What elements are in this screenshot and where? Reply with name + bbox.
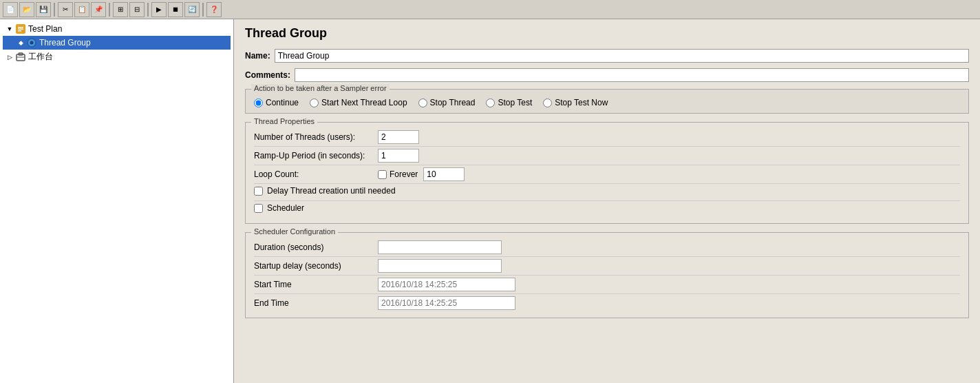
svg-rect-2 — [18, 29, 23, 30]
num-threads-label: Number of Threads (users): — [254, 132, 378, 142]
expand-button[interactable]: ⊞ — [113, 2, 128, 17]
loop-count-label: Loop Count: — [254, 169, 378, 179]
forever-label: Forever — [390, 169, 418, 179]
delay-thread-checkbox[interactable] — [254, 187, 263, 196]
thread-properties-box: Thread Properties Number of Threads (use… — [245, 122, 969, 224]
delay-thread-label[interactable]: Delay Thread creation until needed — [254, 186, 396, 196]
delay-thread-text: Delay Thread creation until needed — [267, 186, 396, 196]
workbench-expand-arrow: ▷ — [6, 53, 14, 61]
option-continue-label: Continue — [266, 98, 299, 107]
loop-count-input[interactable] — [423, 167, 465, 181]
scheduler-checkbox[interactable] — [254, 204, 263, 213]
cut-button[interactable]: ✂ — [58, 2, 73, 17]
action-options: Continue Start Next Thread Loop Stop Thr… — [254, 98, 960, 107]
help-button[interactable]: ❓ — [206, 2, 222, 17]
scheduler-config-title: Scheduler Configuration — [251, 227, 338, 236]
option-start-next-thread-loop[interactable]: Start Next Thread Loop — [310, 98, 407, 107]
option-stop-test-now-label: Stop Test Now — [555, 98, 608, 107]
svg-point-5 — [30, 41, 34, 45]
option-stop-test-label: Stop Test — [498, 98, 532, 107]
option-stop-test-now[interactable]: Stop Test Now — [543, 98, 608, 107]
toolbar: 📄 📂 💾 ✂ 📋 📌 ⊞ ⊟ ▶ ⏹ 🔄 ❓ — [0, 0, 980, 19]
forever-checkbox[interactable] — [378, 170, 387, 179]
scheduler-label[interactable]: Scheduler — [254, 203, 304, 213]
end-time-row: End Time — [254, 294, 960, 312]
action-box: Action to be taken after a Sampler error… — [245, 89, 969, 114]
forever-checkbox-label[interactable]: Forever — [378, 169, 418, 179]
startup-delay-input[interactable] — [378, 259, 502, 273]
ramp-up-label: Ramp-Up Period (in seconds): — [254, 151, 378, 161]
sidebar-item-test-plan[interactable]: ▼ Test Plan — [3, 22, 231, 36]
radio-stop-test-now[interactable] — [543, 99, 552, 107]
svg-rect-1 — [18, 27, 23, 28]
test-plan-icon — [15, 23, 26, 34]
expand-arrow: ▼ — [6, 25, 14, 33]
new-button[interactable]: 📄 — [3, 2, 18, 17]
radio-start-next[interactable] — [310, 99, 319, 107]
radio-stop-thread[interactable] — [418, 99, 427, 107]
duration-label: Duration (seconds) — [254, 242, 378, 252]
main-content: ▼ Test Plan ◆ Thread Group — [0, 19, 980, 383]
option-continue[interactable]: Continue — [254, 98, 299, 107]
sidebar-item-thread-group[interactable]: ◆ Thread Group — [3, 36, 231, 50]
paste-button[interactable]: 📌 — [91, 2, 106, 17]
copy-button[interactable]: 📋 — [74, 2, 89, 17]
start-time-label: Start Time — [254, 280, 378, 289]
sidebar: ▼ Test Plan ◆ Thread Group — [0, 19, 234, 383]
sidebar-item-workbench[interactable]: ▷ 工作台 — [3, 50, 231, 64]
loop-count-row: Loop Count: Forever — [254, 165, 960, 184]
duration-input[interactable] — [378, 240, 502, 254]
startup-delay-row: Startup delay (seconds) — [254, 257, 960, 276]
comments-row: Comments: — [245, 67, 969, 83]
start-time-row: Start Time — [254, 276, 960, 294]
toolbar-sep-2 — [109, 3, 110, 17]
thread-properties-title: Thread Properties — [251, 117, 317, 125]
stop-button[interactable]: ⏹ — [168, 2, 183, 17]
num-threads-input[interactable] — [378, 130, 419, 144]
name-label: Name: — [245, 51, 270, 61]
workbench-icon — [15, 52, 26, 63]
thread-expand-arrow: ◆ — [17, 39, 25, 47]
test-plan-label: Test Plan — [28, 24, 62, 34]
option-stop-thread-label: Stop Thread — [430, 98, 476, 107]
toolbar-sep-1 — [54, 3, 55, 17]
num-threads-row: Number of Threads (users): — [254, 128, 960, 147]
option-stop-thread[interactable]: Stop Thread — [418, 98, 476, 107]
thread-group-icon — [26, 37, 37, 48]
startup-delay-label: Startup delay (seconds) — [254, 261, 378, 271]
action-box-title: Action to be taken after a Sampler error — [251, 84, 390, 92]
scheduler-text: Scheduler — [267, 203, 304, 213]
name-input[interactable] — [275, 49, 969, 63]
ramp-up-input[interactable] — [378, 149, 419, 163]
content-panel: Thread Group Name: Comments: Action to b… — [234, 19, 980, 383]
duration-row: Duration (seconds) — [254, 238, 960, 257]
toolbar-sep-4 — [202, 3, 204, 17]
option-stop-test[interactable]: Stop Test — [486, 98, 532, 107]
option-start-next-label: Start Next Thread Loop — [321, 98, 407, 107]
open-button[interactable]: 📂 — [19, 2, 34, 17]
svg-rect-3 — [18, 30, 21, 32]
workbench-label: 工作台 — [28, 51, 53, 63]
scheduler-row: Scheduler — [254, 201, 960, 218]
toolbar-sep-3 — [147, 3, 149, 17]
comments-input[interactable] — [295, 68, 969, 82]
panel-title: Thread Group — [245, 26, 969, 41]
ramp-up-row: Ramp-Up Period (in seconds): — [254, 147, 960, 165]
save-button[interactable]: 💾 — [36, 2, 51, 17]
name-row: Name: — [245, 48, 969, 64]
radio-continue[interactable] — [254, 99, 263, 107]
collapse-button[interactable]: ⊟ — [129, 2, 145, 17]
thread-group-label: Thread Group — [39, 38, 91, 48]
start-time-input[interactable] — [378, 278, 515, 291]
delay-thread-row: Delay Thread creation until needed — [254, 184, 960, 201]
scheduler-config-box: Scheduler Configuration Duration (second… — [245, 232, 969, 318]
end-time-label: End Time — [254, 298, 378, 308]
clear-button[interactable]: 🔄 — [184, 2, 200, 17]
run-button[interactable]: ▶ — [151, 2, 167, 17]
radio-stop-test[interactable] — [486, 99, 495, 107]
end-time-input[interactable] — [378, 296, 515, 310]
comments-label: Comments: — [245, 70, 290, 80]
